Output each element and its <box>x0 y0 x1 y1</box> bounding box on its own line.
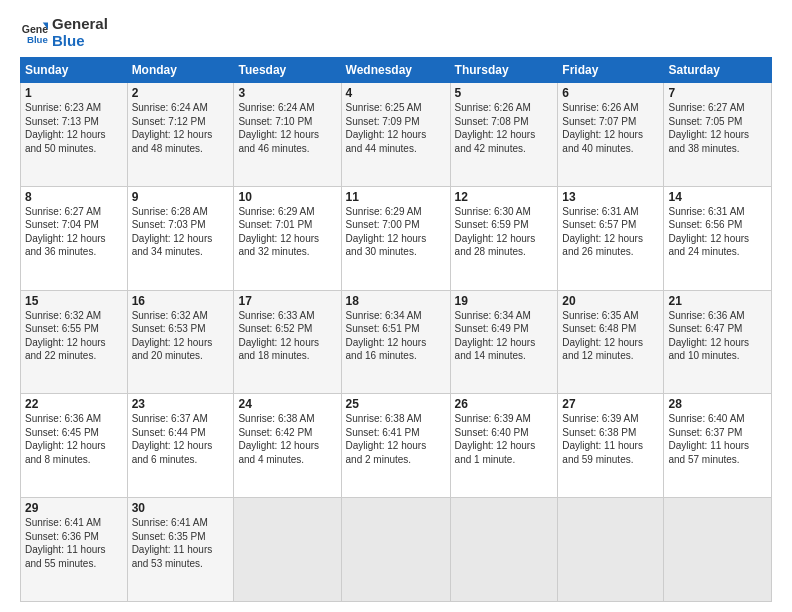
day-number: 2 <box>132 86 230 100</box>
calendar-page: General Blue General Blue SundayMondayTu… <box>0 0 792 612</box>
day-number: 7 <box>668 86 767 100</box>
day-number: 22 <box>25 397 123 411</box>
day-info: Sunrise: 6:34 AM Sunset: 6:51 PM Dayligh… <box>346 309 446 363</box>
weekday-wednesday: Wednesday <box>341 58 450 83</box>
day-number: 17 <box>238 294 336 308</box>
week-row-4: 22Sunrise: 6:36 AM Sunset: 6:45 PM Dayli… <box>21 394 772 498</box>
day-number: 14 <box>668 190 767 204</box>
day-info: Sunrise: 6:32 AM Sunset: 6:55 PM Dayligh… <box>25 309 123 363</box>
day-number: 30 <box>132 501 230 515</box>
day-number: 1 <box>25 86 123 100</box>
day-info: Sunrise: 6:27 AM Sunset: 7:05 PM Dayligh… <box>668 101 767 155</box>
day-cell: 28Sunrise: 6:40 AM Sunset: 6:37 PM Dayli… <box>664 394 772 498</box>
day-info: Sunrise: 6:37 AM Sunset: 6:44 PM Dayligh… <box>132 412 230 466</box>
week-row-1: 1Sunrise: 6:23 AM Sunset: 7:13 PM Daylig… <box>21 83 772 187</box>
day-cell <box>341 498 450 602</box>
day-info: Sunrise: 6:41 AM Sunset: 6:36 PM Dayligh… <box>25 516 123 570</box>
day-info: Sunrise: 6:38 AM Sunset: 6:42 PM Dayligh… <box>238 412 336 466</box>
day-cell: 1Sunrise: 6:23 AM Sunset: 7:13 PM Daylig… <box>21 83 128 187</box>
logo-general: General <box>52 16 108 33</box>
day-number: 23 <box>132 397 230 411</box>
day-cell: 4Sunrise: 6:25 AM Sunset: 7:09 PM Daylig… <box>341 83 450 187</box>
day-info: Sunrise: 6:41 AM Sunset: 6:35 PM Dayligh… <box>132 516 230 570</box>
day-cell: 23Sunrise: 6:37 AM Sunset: 6:44 PM Dayli… <box>127 394 234 498</box>
day-info: Sunrise: 6:28 AM Sunset: 7:03 PM Dayligh… <box>132 205 230 259</box>
day-number: 15 <box>25 294 123 308</box>
day-info: Sunrise: 6:39 AM Sunset: 6:38 PM Dayligh… <box>562 412 659 466</box>
day-info: Sunrise: 6:26 AM Sunset: 7:07 PM Dayligh… <box>562 101 659 155</box>
day-cell <box>664 498 772 602</box>
week-row-3: 15Sunrise: 6:32 AM Sunset: 6:55 PM Dayli… <box>21 290 772 394</box>
day-cell: 29Sunrise: 6:41 AM Sunset: 6:36 PM Dayli… <box>21 498 128 602</box>
day-number: 12 <box>455 190 554 204</box>
day-cell <box>234 498 341 602</box>
day-cell: 27Sunrise: 6:39 AM Sunset: 6:38 PM Dayli… <box>558 394 664 498</box>
weekday-friday: Friday <box>558 58 664 83</box>
day-number: 29 <box>25 501 123 515</box>
week-row-5: 29Sunrise: 6:41 AM Sunset: 6:36 PM Dayli… <box>21 498 772 602</box>
day-info: Sunrise: 6:33 AM Sunset: 6:52 PM Dayligh… <box>238 309 336 363</box>
day-cell: 30Sunrise: 6:41 AM Sunset: 6:35 PM Dayli… <box>127 498 234 602</box>
day-cell: 14Sunrise: 6:31 AM Sunset: 6:56 PM Dayli… <box>664 186 772 290</box>
week-row-2: 8Sunrise: 6:27 AM Sunset: 7:04 PM Daylig… <box>21 186 772 290</box>
day-number: 10 <box>238 190 336 204</box>
day-info: Sunrise: 6:34 AM Sunset: 6:49 PM Dayligh… <box>455 309 554 363</box>
day-cell: 18Sunrise: 6:34 AM Sunset: 6:51 PM Dayli… <box>341 290 450 394</box>
day-cell: 17Sunrise: 6:33 AM Sunset: 6:52 PM Dayli… <box>234 290 341 394</box>
weekday-sunday: Sunday <box>21 58 128 83</box>
day-number: 20 <box>562 294 659 308</box>
svg-text:Blue: Blue <box>27 33 48 44</box>
day-cell: 12Sunrise: 6:30 AM Sunset: 6:59 PM Dayli… <box>450 186 558 290</box>
logo: General Blue General Blue <box>20 16 108 49</box>
day-cell: 21Sunrise: 6:36 AM Sunset: 6:47 PM Dayli… <box>664 290 772 394</box>
day-info: Sunrise: 6:24 AM Sunset: 7:10 PM Dayligh… <box>238 101 336 155</box>
day-cell: 25Sunrise: 6:38 AM Sunset: 6:41 PM Dayli… <box>341 394 450 498</box>
day-number: 6 <box>562 86 659 100</box>
day-info: Sunrise: 6:38 AM Sunset: 6:41 PM Dayligh… <box>346 412 446 466</box>
day-cell: 9Sunrise: 6:28 AM Sunset: 7:03 PM Daylig… <box>127 186 234 290</box>
day-info: Sunrise: 6:25 AM Sunset: 7:09 PM Dayligh… <box>346 101 446 155</box>
day-number: 27 <box>562 397 659 411</box>
day-cell: 11Sunrise: 6:29 AM Sunset: 7:00 PM Dayli… <box>341 186 450 290</box>
weekday-saturday: Saturday <box>664 58 772 83</box>
day-number: 4 <box>346 86 446 100</box>
day-number: 19 <box>455 294 554 308</box>
day-number: 16 <box>132 294 230 308</box>
day-info: Sunrise: 6:29 AM Sunset: 7:00 PM Dayligh… <box>346 205 446 259</box>
day-cell: 7Sunrise: 6:27 AM Sunset: 7:05 PM Daylig… <box>664 83 772 187</box>
day-info: Sunrise: 6:36 AM Sunset: 6:45 PM Dayligh… <box>25 412 123 466</box>
day-cell: 19Sunrise: 6:34 AM Sunset: 6:49 PM Dayli… <box>450 290 558 394</box>
day-info: Sunrise: 6:32 AM Sunset: 6:53 PM Dayligh… <box>132 309 230 363</box>
page-header: General Blue General Blue <box>20 16 772 49</box>
day-info: Sunrise: 6:31 AM Sunset: 6:57 PM Dayligh… <box>562 205 659 259</box>
day-cell: 13Sunrise: 6:31 AM Sunset: 6:57 PM Dayli… <box>558 186 664 290</box>
day-cell: 24Sunrise: 6:38 AM Sunset: 6:42 PM Dayli… <box>234 394 341 498</box>
day-number: 3 <box>238 86 336 100</box>
day-number: 5 <box>455 86 554 100</box>
day-number: 24 <box>238 397 336 411</box>
calendar-body: 1Sunrise: 6:23 AM Sunset: 7:13 PM Daylig… <box>21 83 772 602</box>
day-cell: 3Sunrise: 6:24 AM Sunset: 7:10 PM Daylig… <box>234 83 341 187</box>
day-cell: 15Sunrise: 6:32 AM Sunset: 6:55 PM Dayli… <box>21 290 128 394</box>
day-cell: 16Sunrise: 6:32 AM Sunset: 6:53 PM Dayli… <box>127 290 234 394</box>
day-number: 9 <box>132 190 230 204</box>
weekday-header-row: SundayMondayTuesdayWednesdayThursdayFrid… <box>21 58 772 83</box>
day-cell: 8Sunrise: 6:27 AM Sunset: 7:04 PM Daylig… <box>21 186 128 290</box>
day-cell: 6Sunrise: 6:26 AM Sunset: 7:07 PM Daylig… <box>558 83 664 187</box>
day-number: 11 <box>346 190 446 204</box>
day-cell: 2Sunrise: 6:24 AM Sunset: 7:12 PM Daylig… <box>127 83 234 187</box>
day-info: Sunrise: 6:29 AM Sunset: 7:01 PM Dayligh… <box>238 205 336 259</box>
day-number: 13 <box>562 190 659 204</box>
day-info: Sunrise: 6:24 AM Sunset: 7:12 PM Dayligh… <box>132 101 230 155</box>
day-info: Sunrise: 6:35 AM Sunset: 6:48 PM Dayligh… <box>562 309 659 363</box>
day-cell: 22Sunrise: 6:36 AM Sunset: 6:45 PM Dayli… <box>21 394 128 498</box>
day-info: Sunrise: 6:40 AM Sunset: 6:37 PM Dayligh… <box>668 412 767 466</box>
day-number: 18 <box>346 294 446 308</box>
day-cell: 20Sunrise: 6:35 AM Sunset: 6:48 PM Dayli… <box>558 290 664 394</box>
day-info: Sunrise: 6:31 AM Sunset: 6:56 PM Dayligh… <box>668 205 767 259</box>
logo-blue: Blue <box>52 33 108 50</box>
weekday-tuesday: Tuesday <box>234 58 341 83</box>
day-number: 28 <box>668 397 767 411</box>
day-info: Sunrise: 6:39 AM Sunset: 6:40 PM Dayligh… <box>455 412 554 466</box>
day-info: Sunrise: 6:23 AM Sunset: 7:13 PM Dayligh… <box>25 101 123 155</box>
